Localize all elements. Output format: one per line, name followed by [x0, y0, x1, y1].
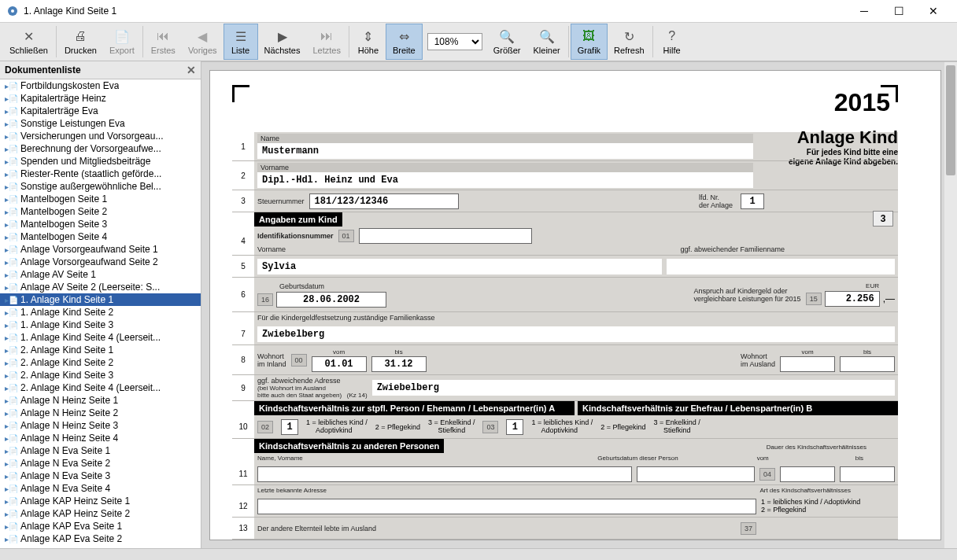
prev-button[interactable]: ◀Voriges	[182, 24, 224, 60]
list-item-label: Versicherungen und Vorsorgeau...	[20, 131, 163, 142]
vom-label: vom	[333, 348, 345, 356]
list-item-label: Anlage N Eva Seite 3	[20, 470, 110, 481]
height-button[interactable]: ⇕Höhe	[351, 24, 386, 60]
sidebar: Dokumentenliste ✕ ▸📄Fortbildungskosten E…	[0, 61, 201, 548]
section-ksv-b: Kindschaftsverhältnis zur Ehefrau / Lebe…	[578, 401, 898, 415]
list-item[interactable]: ▸📄Kapitalerträge Heinz	[0, 92, 201, 105]
list-item[interactable]: ▸📄Anlage N Heinz Seite 1	[0, 394, 201, 407]
list-item[interactable]: ▸📄Mantelbogen Seite 1	[0, 193, 201, 205]
list-item-label: Anlage KAP Eva Seite 2	[20, 533, 122, 544]
field-lfd-nr: 1	[741, 193, 764, 209]
list-item[interactable]: ▸📄1. Anlage Kind Seite 1	[0, 293, 201, 306]
list-item[interactable]: ▸📄Riester-Rente (staatlich geförde...	[0, 168, 201, 180]
field-label-ident: Identifikationsnummer	[257, 232, 334, 240]
list-item[interactable]: ▸📄2. Anlage Kind Seite 1	[0, 344, 201, 356]
document-icon: ▸📄	[3, 472, 19, 481]
list-item[interactable]: ▸📄Berechnung der Vorsorgeaufwe...	[0, 142, 201, 155]
form-year: 2015	[834, 88, 890, 117]
minimize-button[interactable]: ─	[847, 0, 881, 22]
anspruch-label-1: Anspruch auf Kindergeld oder	[694, 287, 801, 295]
document-icon: ▸📄	[3, 245, 19, 254]
list-item[interactable]: ▸📄Anlage KAP Heinz Seite 2	[0, 507, 201, 520]
list-item[interactable]: ▸📄Anlage N Heinz Seite 2	[0, 407, 201, 419]
list-item[interactable]: ▸📄Anlage Vorsorgeaufwand Seite 1	[0, 243, 201, 256]
maximize-button[interactable]: ☐	[881, 0, 916, 22]
abw-adresse-label: ggf. abweichende Adresse	[257, 377, 368, 385]
export-button[interactable]: 📄Export	[103, 24, 141, 60]
list-item[interactable]: ▸📄Versicherungen und Vorsorgeau...	[0, 130, 201, 142]
list-item[interactable]: ▸📄Anlage AV Seite 1	[0, 268, 201, 281]
field-andere-gebdat	[637, 466, 755, 482]
zoom-out-button[interactable]: 🔍Kleiner	[527, 24, 567, 60]
list-item[interactable]: ▸📄Anlage Vorsorgeaufwand Seite 2	[0, 256, 201, 268]
preview-pane: 2015 Anlage Kind Für jedes Kind bitte ei…	[201, 61, 957, 548]
list-item-label: Anlage N Eva Seite 2	[20, 458, 110, 469]
prev-icon: ◀	[194, 28, 210, 44]
list-item[interactable]: ▸📄Anlage N Eva Seite 1	[0, 444, 201, 457]
row-number: 7	[232, 323, 254, 344]
scrollbar-vertical[interactable]	[944, 62, 957, 548]
close-button[interactable]: ✕	[916, 0, 951, 22]
list-item[interactable]: ▸📄Spenden und Mitgliedsbeiträge	[0, 155, 201, 168]
list-item[interactable]: ▸📄Fortbildungskosten Eva	[0, 79, 201, 92]
list-item[interactable]: ▸📄Anlage KAP Heinz Seite 1	[0, 495, 201, 507]
row-number: 3	[232, 190, 254, 212]
list-item[interactable]: ▸📄Mantelbogen Seite 2	[0, 205, 201, 218]
sidebar-close-icon[interactable]: ✕	[187, 64, 196, 76]
field-kind-vorname: Sylvia	[257, 259, 662, 274]
field-inland-bis: 31.12	[371, 356, 427, 372]
list-item[interactable]: ▸📄Anlage N Eva Seite 4	[0, 482, 201, 495]
row-number: 9	[232, 375, 254, 400]
zoom-in-button[interactable]: 🔍Größer	[487, 24, 527, 60]
scrollbar-thumb[interactable]	[946, 65, 955, 175]
list-item[interactable]: ▸📄Anlage KAP Eva Seite 1	[0, 520, 201, 532]
list-item[interactable]: ▸📄Kapitalerträge Eva	[0, 105, 201, 117]
list-item[interactable]: ▸📄Anlage N Heinz Seite 3	[0, 419, 201, 432]
field-label-gebdat: Geburtsdatum	[279, 282, 386, 290]
width-button[interactable]: ⇔Breite	[386, 24, 423, 60]
sidebar-title: Dokumentenliste	[5, 64, 81, 76]
list-item[interactable]: ▸📄1. Anlage Kind Seite 2	[0, 306, 201, 319]
list-item[interactable]: ▸📄Sonstige Leistungen Eva	[0, 117, 201, 130]
list-item[interactable]: ▸📄Anlage N Heinz Seite 4	[0, 432, 201, 444]
list-item[interactable]: ▸📄2. Anlage Kind Seite 4 (Leerseit...	[0, 381, 201, 394]
help-button[interactable]: ?Hilfe	[655, 24, 689, 60]
list-item[interactable]: ▸📄Anlage N Eva Seite 2	[0, 457, 201, 470]
document-icon: ▸📄	[3, 182, 19, 191]
last-button[interactable]: ⏭Letztes	[306, 24, 346, 60]
document-icon: ▸📄	[3, 346, 19, 355]
document-icon: ▸📄	[3, 396, 19, 405]
zoom-combo[interactable]: 108%	[427, 33, 482, 50]
document-icon: ▸📄	[3, 120, 19, 128]
list-item[interactable]: ▸📄Mantelbogen Seite 3	[0, 218, 201, 230]
list-item[interactable]: ▸📄Anlage KAP Eva Seite 2	[0, 532, 201, 545]
row-number: 2	[232, 161, 254, 190]
list-item[interactable]: ▸📄2. Anlage Kind Seite 2	[0, 356, 201, 369]
graphic-button[interactable]: 🖼Grafik	[571, 24, 608, 60]
list-item[interactable]: ▸📄1. Anlage Kind Seite 3	[0, 319, 201, 331]
list-item[interactable]: ▸📄Sonstige außergewöhnliche Bel...	[0, 180, 201, 193]
row-number: 5	[232, 256, 254, 277]
document-list[interactable]: ▸📄Fortbildungskosten Eva▸📄Kapitalerträge…	[0, 79, 201, 548]
list-item[interactable]: ▸📄Anlage N Eva Seite 3	[0, 470, 201, 482]
next-button[interactable]: ▶Nächstes	[258, 24, 307, 60]
first-button[interactable]: ⏮Erstes	[145, 24, 182, 60]
list-item[interactable]: ▸📄1. Anlage Kind Seite 4 (Leerseit...	[0, 331, 201, 344]
close-button[interactable]: ✕Schließen	[3, 24, 54, 60]
title-bar: 1. Anlage Kind Seite 1 ─ ☐ ✕	[0, 0, 957, 22]
print-button[interactable]: 🖨Drucken	[58, 24, 103, 60]
list-icon: ☰	[233, 28, 249, 44]
code-ksv-b: 03	[482, 421, 498, 433]
list-item-label: 1. Anlage Kind Seite 1	[20, 294, 113, 305]
refresh-button[interactable]: ↻Refresh	[608, 24, 651, 60]
field-label-steuernummer: Steuernummer	[257, 197, 305, 205]
field-label-name: Name	[257, 134, 753, 143]
list-button[interactable]: ☰Liste	[224, 24, 258, 60]
list-item-label: 1. Anlage Kind Seite 4 (Leerseit...	[20, 332, 161, 343]
row-number: 13	[232, 518, 254, 539]
list-item[interactable]: ▸📄2. Anlage Kind Seite 3	[0, 369, 201, 381]
list-item[interactable]: ▸📄Anlage AV Seite 2 (Leerseite: S...	[0, 281, 201, 293]
form-page: 2015 Anlage Kind Für jedes Kind bitte ei…	[210, 71, 940, 540]
list-item[interactable]: ▸📄Mantelbogen Seite 4	[0, 230, 201, 243]
next-icon: ▶	[275, 28, 290, 44]
